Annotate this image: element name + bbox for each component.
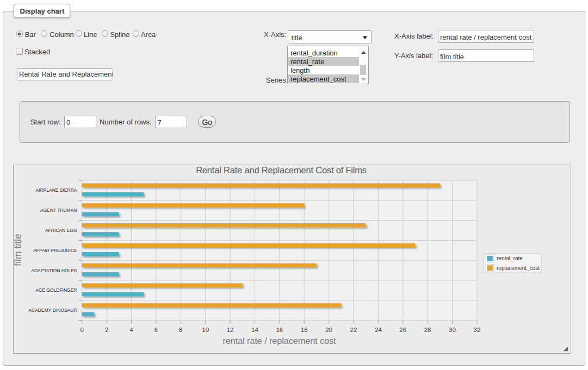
svg-text:replacement_cost: replacement_cost: [497, 265, 540, 271]
svg-text:22: 22: [350, 327, 357, 333]
svg-text:30: 30: [449, 327, 456, 333]
svg-text:AGENT TRUMAN: AGENT TRUMAN: [40, 208, 77, 213]
svg-text:ACADEMY DINOSAUR: ACADEMY DINOSAUR: [28, 308, 77, 313]
svg-text:8: 8: [179, 327, 182, 333]
svg-text:32: 32: [473, 327, 480, 333]
svg-text:4: 4: [129, 327, 133, 333]
svg-text:16: 16: [276, 327, 283, 333]
svg-text:14: 14: [251, 327, 258, 333]
svg-text:Rental Rate and Replacement Co: Rental Rate and Replacement Cost of Film…: [196, 165, 367, 175]
svg-text:rental rate / replacement cost: rental rate / replacement cost: [222, 336, 336, 346]
svg-text:28: 28: [424, 327, 431, 333]
svg-text:film title: film title: [13, 234, 23, 266]
svg-text:10: 10: [202, 327, 209, 333]
svg-text:ADAPTATION HOLES: ADAPTATION HOLES: [31, 268, 77, 273]
svg-text:rental_rate: rental_rate: [497, 255, 523, 261]
svg-text:0: 0: [80, 327, 83, 333]
svg-text:AFFAIR PREJUDICE: AFFAIR PREJUDICE: [33, 248, 77, 253]
svg-text:ACE GOLDFINGER: ACE GOLDFINGER: [35, 287, 77, 293]
svg-text:18: 18: [300, 327, 307, 333]
svg-text:26: 26: [399, 327, 406, 333]
svg-text:2: 2: [104, 327, 108, 333]
svg-text:AFRICAN EGG: AFRICAN EGG: [45, 228, 77, 233]
svg-text:20: 20: [325, 327, 332, 333]
svg-text:6: 6: [154, 327, 157, 333]
svg-text:12: 12: [226, 327, 233, 333]
svg-text:24: 24: [374, 327, 381, 333]
svg-text:AIRPLANE SIERRA: AIRPLANE SIERRA: [35, 187, 77, 193]
